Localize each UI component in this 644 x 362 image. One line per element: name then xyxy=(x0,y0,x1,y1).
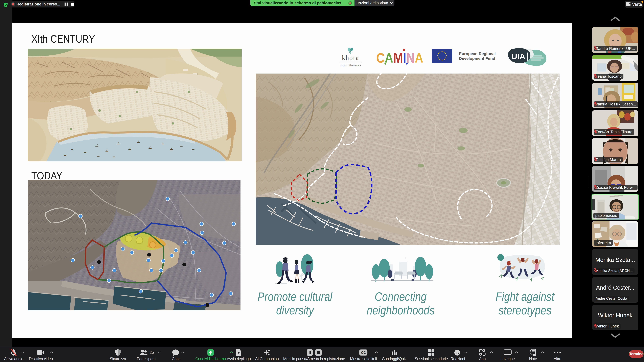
svg-text:UIA: UIA xyxy=(512,52,525,61)
svg-text:CC: CC xyxy=(361,351,366,354)
